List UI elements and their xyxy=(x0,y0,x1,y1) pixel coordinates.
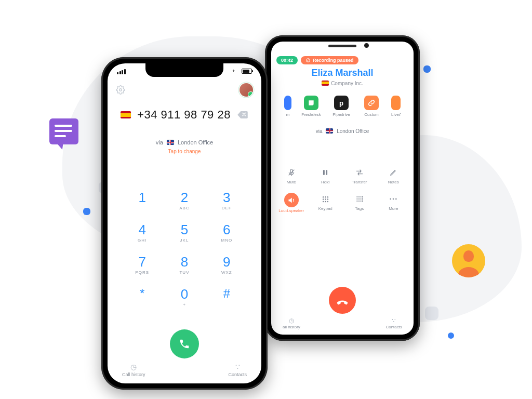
svg-point-8 xyxy=(325,196,326,197)
svg-point-14 xyxy=(325,201,326,202)
key-hash[interactable]: # xyxy=(206,287,248,307)
tap-to-change-hint[interactable]: Tap to change xyxy=(108,149,261,154)
iphone-frame: 9:41 AM +34 911 98 79 28 via London Offi… xyxy=(101,57,268,390)
uk-flag-icon xyxy=(326,128,333,134)
android-phone-frame: 00:42 Recording paused Eliza Marshall Co… xyxy=(265,35,420,341)
uk-flag-icon xyxy=(167,140,174,145)
key-8[interactable]: 8TUV xyxy=(163,255,205,275)
nav-contacts[interactable]: ∵Contacts xyxy=(385,317,402,329)
key-3[interactable]: 3DEF xyxy=(206,191,248,210)
key-1[interactable]: 1 xyxy=(121,191,163,210)
key-9[interactable]: 9WXZ xyxy=(206,255,248,275)
key-6[interactable]: 6MNO xyxy=(206,223,248,243)
svg-point-22 xyxy=(119,89,122,91)
more-button[interactable]: More xyxy=(377,193,411,213)
phone-number-display: +34 911 98 79 28 xyxy=(137,108,231,122)
mute-button[interactable]: Mute xyxy=(274,166,309,184)
dial-keypad: 1 2ABC 3DEF 4GHI 5JKL 6MNO 7PQRS 8TUV 9W… xyxy=(121,191,248,307)
accent-dot xyxy=(423,65,431,73)
svg-point-16 xyxy=(362,196,362,197)
svg-point-15 xyxy=(327,201,328,202)
app-pipedrive[interactable]: p Pipedrive xyxy=(331,96,352,117)
svg-point-9 xyxy=(327,196,328,197)
backspace-button[interactable] xyxy=(237,111,248,119)
notes-button[interactable]: Notes xyxy=(377,166,411,184)
loudspeaker-button[interactable]: Loud-speaker xyxy=(274,193,309,213)
tags-button[interactable]: Tags xyxy=(342,193,377,213)
keypad-button[interactable]: Keypad xyxy=(309,193,343,213)
chat-bubble-icon xyxy=(49,118,78,144)
key-star[interactable]: * xyxy=(121,287,163,307)
svg-rect-6 xyxy=(326,170,327,175)
accent-dot xyxy=(425,307,438,320)
person-avatar-icon xyxy=(452,244,485,277)
key-2[interactable]: 2ABC xyxy=(163,191,205,210)
dial-button[interactable] xyxy=(170,329,199,358)
svg-rect-5 xyxy=(323,170,325,175)
svg-point-7 xyxy=(323,196,324,197)
via-line[interactable]: via London Office xyxy=(108,139,261,145)
user-avatar[interactable] xyxy=(240,83,253,97)
nav-call-history[interactable]: ◷all history xyxy=(283,317,300,329)
svg-point-18 xyxy=(362,201,362,201)
svg-point-10 xyxy=(323,198,324,200)
key-4[interactable]: 4GHI xyxy=(121,223,163,243)
android-screen: 00:42 Recording paused Eliza Marshall Co… xyxy=(271,42,414,335)
app-custom[interactable]: Custom xyxy=(361,96,382,117)
svg-point-20 xyxy=(393,198,394,200)
svg-point-19 xyxy=(390,198,392,200)
nav-call-history[interactable]: ◷Call history xyxy=(122,363,145,377)
nav-contacts[interactable]: ∵Contacts xyxy=(228,363,247,377)
call-timer-pill: 00:42 xyxy=(276,56,298,64)
hold-button[interactable]: Hold xyxy=(309,166,343,184)
recording-status-pill[interactable]: Recording paused xyxy=(301,56,358,64)
battery-icon xyxy=(231,68,252,75)
spain-flag-icon xyxy=(322,81,329,86)
call-controls-grid: Mute Hold Transfer Notes Loud-speaker Ke… xyxy=(274,166,410,213)
key-7[interactable]: 7PQRS xyxy=(121,255,163,275)
hangup-button[interactable] xyxy=(329,287,356,314)
svg-point-13 xyxy=(323,201,324,202)
key-5[interactable]: 5JKL xyxy=(163,223,205,243)
signal-icon xyxy=(117,69,126,74)
accent-dot xyxy=(83,208,90,215)
svg-point-21 xyxy=(395,198,397,200)
app-freshdesk[interactable]: Freshdesk xyxy=(301,96,322,117)
app-liveagent-partial[interactable]: LiveAgent xyxy=(391,96,401,117)
integration-apps-row: m Freshdesk p Pipedrive Custom LiveAgent xyxy=(271,96,414,117)
spain-flag-icon xyxy=(121,111,131,118)
gear-icon[interactable] xyxy=(116,85,125,95)
key-0[interactable]: 0+ xyxy=(163,287,205,307)
recording-status-label: Recording paused xyxy=(313,58,354,63)
contact-name[interactable]: Eliza Marshall xyxy=(271,68,414,78)
contact-company: Company Inc. xyxy=(271,81,414,86)
via-line[interactable]: via London Office xyxy=(271,128,414,134)
iphone-screen: 9:41 AM +34 911 98 79 28 via London Offi… xyxy=(108,63,261,383)
accent-dot xyxy=(448,332,454,339)
svg-point-17 xyxy=(362,198,362,199)
svg-point-12 xyxy=(327,198,328,200)
svg-point-11 xyxy=(325,198,326,200)
app-intercom-partial[interactable]: m xyxy=(284,96,291,117)
transfer-button[interactable]: Transfer xyxy=(342,166,377,184)
